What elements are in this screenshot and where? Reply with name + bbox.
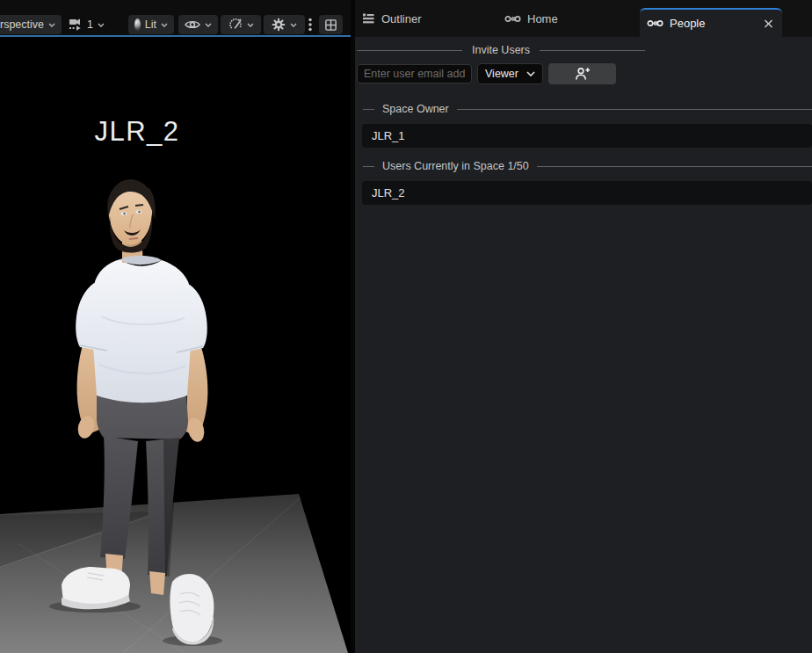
users-in-space-header: Users Currently in Space 1/50: [363, 159, 812, 173]
chevron-down-icon: [161, 23, 168, 27]
chevron-down-icon: [526, 71, 535, 76]
tab-outliner[interactable]: Outliner: [355, 0, 497, 37]
viewport-overflow-menu[interactable]: [304, 15, 316, 34]
ellipsis-vertical-icon: [308, 18, 312, 32]
viewport-toolbar: Perspective 1 Lit: [0, 0, 351, 35]
tab-label: Home: [527, 12, 558, 25]
viewport-active-border: [0, 35, 351, 37]
chevron-down-icon: [48, 23, 55, 27]
layout-quad-button[interactable]: [319, 15, 343, 34]
lit-sphere-icon: [134, 18, 141, 31]
add-user-button[interactable]: [548, 63, 616, 84]
section-divider-line: [357, 50, 462, 51]
people-panel: Invite Users Viewer: [355, 37, 812, 205]
role-select[interactable]: Viewer: [477, 63, 543, 84]
view-mode-label: Lit: [145, 18, 156, 31]
invite-email-input[interactable]: [357, 64, 472, 83]
section-divider-line: [540, 50, 645, 51]
panel-splitter[interactable]: [351, 0, 355, 653]
eye-icon: [185, 19, 200, 30]
perspective-label: Perspective: [0, 18, 44, 31]
grid-layout-icon: [325, 18, 337, 32]
tab-home[interactable]: Home: [497, 0, 640, 37]
camera-speed-control[interactable]: 1: [69, 15, 105, 34]
gauge-icon: [228, 18, 243, 32]
tab-label: People: [670, 17, 705, 30]
tab-people[interactable]: People: [640, 8, 782, 37]
user-row-current[interactable]: JLR_2: [362, 181, 812, 205]
section-divider-line: [537, 166, 812, 167]
role-selected-value: Viewer: [485, 68, 518, 80]
user-row-owner[interactable]: JLR_1: [362, 124, 812, 148]
player-nametag: JLR_2: [0, 116, 274, 148]
user-name: JLR_1: [372, 129, 405, 142]
scene-render: [0, 0, 351, 653]
tab-label: Outliner: [381, 12, 422, 25]
person-plus-icon: [574, 67, 591, 81]
space-owner-header: Space Owner: [363, 102, 812, 116]
users-in-space-title: Users Currently in Space 1/50: [382, 160, 529, 172]
app-key-icon: [504, 14, 521, 24]
close-tab-button[interactable]: [764, 18, 773, 28]
viewport-3d[interactable]: JLR_2 Perspective 1 Lit: [0, 0, 351, 653]
chevron-down-icon: [290, 23, 297, 27]
section-divider-line: [363, 166, 374, 167]
space-owner-title: Space Owner: [382, 103, 449, 115]
section-divider-line: [457, 109, 812, 110]
app-window: JLR_2 Perspective 1 Lit: [0, 0, 812, 653]
section-divider-line: [363, 109, 374, 110]
invite-controls: Viewer: [357, 63, 812, 84]
outliner-icon: [362, 12, 375, 25]
chevron-down-icon: [247, 23, 254, 27]
chevron-down-icon: [205, 23, 212, 27]
viewmode-options-dropdown[interactable]: [221, 15, 261, 34]
view-mode-dropdown[interactable]: Lit: [128, 15, 174, 34]
user-name: JLR_2: [372, 186, 405, 200]
viewport-settings-dropdown[interactable]: [264, 15, 305, 34]
chevron-down-icon: [98, 23, 105, 27]
side-panel: Outliner Home: [355, 0, 812, 653]
close-icon: [764, 18, 773, 28]
app-key-icon: [647, 18, 663, 28]
perspective-dropdown[interactable]: Perspective: [0, 15, 62, 34]
camera-icon: [69, 18, 83, 32]
invite-users-header: Invite Users: [357, 43, 645, 57]
invite-users-title: Invite Users: [472, 44, 530, 56]
show-flags-dropdown[interactable]: [178, 15, 218, 34]
panel-tabbar: Outliner Home: [355, 0, 812, 37]
camera-speed-value: 1: [87, 18, 93, 31]
gear-icon: [272, 18, 286, 32]
